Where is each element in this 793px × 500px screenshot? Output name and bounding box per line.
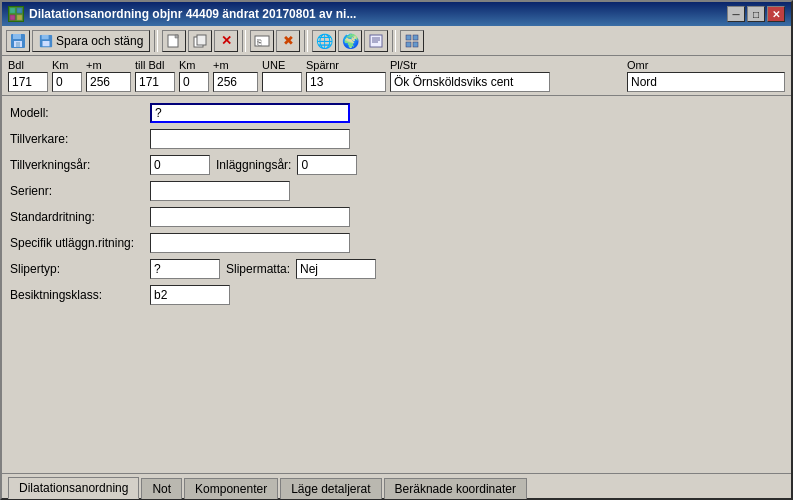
content-area: Modell: Tillverkare: Tillverkningsår: In… (2, 96, 791, 498)
tab-not[interactable]: Not (141, 478, 182, 499)
besiktningsklass-input[interactable] (150, 285, 230, 305)
km2-group: Km (179, 59, 209, 92)
omr-label: Omr (627, 59, 648, 71)
svg-rect-13 (197, 35, 206, 45)
tool2-button[interactable]: ✖ (276, 30, 300, 52)
besiktningsklass-row: Besiktningsklass: (10, 284, 783, 306)
inlaggningsar-label: Inläggningsår: (216, 158, 291, 172)
m2-input[interactable] (213, 72, 258, 92)
inlaggningsar-input[interactable] (297, 155, 357, 175)
sparnr-group: Spärnr (306, 59, 386, 92)
bdl-label: Bdl (8, 59, 24, 71)
slipertyp-row: Slipertyp: Slipermatta: (10, 258, 783, 280)
svg-rect-23 (413, 42, 418, 47)
maximize-button[interactable]: □ (747, 6, 765, 22)
app-icon (8, 6, 24, 22)
title-bar: Dilatationsanordning objnr 44409 ändrat … (2, 2, 791, 26)
separator-4 (392, 30, 396, 52)
window-title: Dilatationsanordning objnr 44409 ändrat … (29, 7, 356, 21)
new-button[interactable] (162, 30, 186, 52)
pi-str-input[interactable] (390, 72, 550, 92)
tab-komponenter[interactable]: Komponenter (184, 478, 278, 499)
specifik-label: Specifik utläggn.ritning: (10, 236, 150, 250)
modell-input[interactable] (150, 103, 350, 123)
slipertyp-input[interactable] (150, 259, 220, 279)
till-bdl-group: till Bdl (135, 59, 175, 92)
slipertyp-label: Slipertyp: (10, 262, 150, 276)
serienr-input[interactable] (150, 181, 290, 201)
modell-label: Modell: (10, 106, 150, 120)
svg-rect-16 (370, 35, 382, 47)
omr-group: Omr (627, 59, 785, 92)
une-input[interactable] (262, 72, 302, 92)
tab-dilatationsanordning[interactable]: Dilatationsanordning (8, 477, 139, 499)
specifik-row: Specifik utläggn.ritning: (10, 232, 783, 254)
sparnr-input[interactable] (306, 72, 386, 92)
km-label: Km (52, 59, 69, 71)
close-button[interactable]: ✕ (767, 6, 785, 22)
km2-label: Km (179, 59, 196, 71)
pi-str-group: Pl/Str (390, 59, 623, 92)
till-bdl-label: till Bdl (135, 59, 164, 71)
km-group: Km (52, 59, 82, 92)
omr-input[interactable] (627, 72, 785, 92)
window-controls: ─ □ ✕ (727, 6, 785, 22)
till-bdl-input[interactable] (135, 72, 175, 92)
svg-rect-0 (10, 8, 15, 13)
tillverkare-input[interactable] (150, 129, 350, 149)
svg-rect-7 (16, 42, 20, 47)
separator-1 (154, 30, 158, 52)
svg-rect-1 (17, 8, 22, 13)
slipermatta-label: Slipermatta: (226, 262, 290, 276)
standardritning-label: Standardritning: (10, 210, 150, 224)
m2-label: +m (213, 59, 229, 71)
copy-button[interactable] (188, 30, 212, 52)
minimize-button[interactable]: ─ (727, 6, 745, 22)
svg-rect-9 (42, 34, 49, 38)
specifik-input[interactable] (150, 233, 350, 253)
save-button[interactable] (6, 30, 30, 52)
tab-lage-detaljerat[interactable]: Läge detaljerat (280, 478, 381, 499)
standardritning-input[interactable] (150, 207, 350, 227)
toolbar: Spara och stäng ✕ ⎘ ✖ 🌐 🌍 (2, 26, 791, 56)
main-window: Dilatationsanordning objnr 44409 ändrat … (0, 0, 793, 500)
modell-row: Modell: (10, 102, 783, 124)
svg-rect-5 (13, 34, 21, 39)
m-input[interactable] (86, 72, 131, 92)
svg-rect-20 (406, 35, 411, 40)
tool1-button[interactable]: ⎘ (250, 30, 274, 52)
delete-button[interactable]: ✕ (214, 30, 238, 52)
une-label: UNE (262, 59, 285, 71)
sparnr-label: Spärnr (306, 59, 339, 71)
standardritning-row: Standardritning: (10, 206, 783, 228)
serienr-row: Serienr: (10, 180, 783, 202)
svg-rect-22 (406, 42, 411, 47)
tab-beraknade-koordinater[interactable]: Beräknade koordinater (384, 478, 527, 499)
tillverkningsar-input[interactable] (150, 155, 210, 175)
globe2-button[interactable]: 🌍 (338, 30, 362, 52)
save-close-label: Spara och stäng (56, 34, 143, 48)
save-close-button[interactable]: Spara och stäng (32, 30, 150, 52)
serienr-label: Serienr: (10, 184, 150, 198)
slipermatta-input[interactable] (296, 259, 376, 279)
location-bar: Bdl Km +m till Bdl Km +m UNE Spärnr (2, 56, 791, 96)
svg-rect-3 (17, 15, 22, 20)
globe1-button[interactable]: 🌐 (312, 30, 336, 52)
tab-bar: Dilatationsanordning Not Komponenter Läg… (2, 473, 791, 498)
svg-rect-21 (413, 35, 418, 40)
pi-str-label: Pl/Str (390, 59, 417, 71)
bdl-group: Bdl (8, 59, 48, 92)
km-input[interactable] (52, 72, 82, 92)
m2-group: +m (213, 59, 258, 92)
bdl-input[interactable] (8, 72, 48, 92)
separator-3 (304, 30, 308, 52)
km2-input[interactable] (179, 72, 209, 92)
tillverkare-row: Tillverkare: (10, 128, 783, 150)
grid-button[interactable] (400, 30, 424, 52)
tillverkare-label: Tillverkare: (10, 132, 150, 146)
tillverkningsar-row: Tillverkningsår: Inläggningsår: (10, 154, 783, 176)
m-label: +m (86, 59, 102, 71)
page-button[interactable] (364, 30, 388, 52)
title-bar-left: Dilatationsanordning objnr 44409 ändrat … (8, 6, 356, 22)
svg-text:⎘: ⎘ (257, 38, 262, 47)
